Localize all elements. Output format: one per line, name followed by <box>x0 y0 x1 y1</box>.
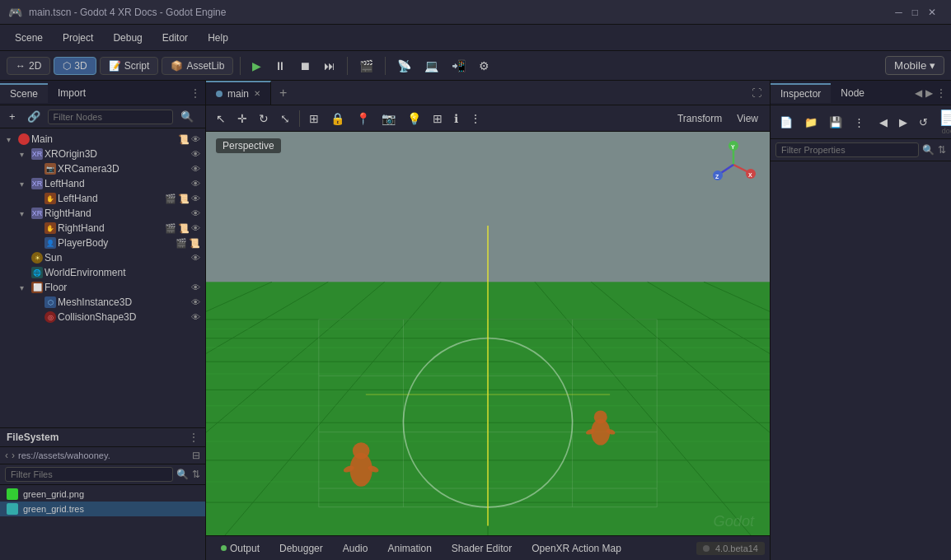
tab-node[interactable]: Node <box>831 84 874 102</box>
fs-item-green-grid-png[interactable]: green_grid.png <box>0 487 205 502</box>
inspector-prev-btn[interactable]: ◀ <box>915 87 922 99</box>
remote-btn[interactable]: 📡 <box>392 56 416 76</box>
tree-node-righthand-parent[interactable]: ▾ XR RightHand 👁 <box>0 206 205 221</box>
scene-tabs-more[interactable]: ⋮ <box>190 87 200 99</box>
tree-node-righthand-child[interactable]: ✋ RightHand 🎬 📜 👁 <box>0 221 205 236</box>
mode-3d-btn[interactable]: ⬡ 3D <box>54 57 96 75</box>
pause-btn[interactable]: ⏸ <box>269 56 291 76</box>
inspector-save-btn[interactable]: 💾 <box>825 114 846 130</box>
step-btn[interactable]: ⏭ <box>319 56 340 76</box>
tree-node-xrorigin3d[interactable]: ▾ XR XROrigin3D 👁 <box>0 147 205 161</box>
eye-lefthand-p[interactable]: 👁 <box>191 179 200 189</box>
menu-scene[interactable]: Scene <box>7 29 51 47</box>
close-btn[interactable]: ✕ <box>928 7 936 18</box>
menu-help[interactable]: Help <box>199 29 237 47</box>
eye-xrorigin[interactable]: 👁 <box>191 149 200 159</box>
bottom-tab-output[interactable]: Output <box>211 539 269 558</box>
eye-collision[interactable]: 👁 <box>191 312 200 322</box>
eye-lefthand-c[interactable]: 👁 <box>191 194 200 203</box>
eye-righthand-c[interactable]: 👁 <box>191 223 200 233</box>
add-node-btn[interactable]: + <box>5 109 20 124</box>
eye-sun[interactable]: 👁 <box>191 253 200 263</box>
stop-btn[interactable]: ⏹ <box>294 56 316 76</box>
vp-transform-btn[interactable]: Transform <box>671 110 728 127</box>
maximize-btn[interactable]: □ <box>912 7 918 18</box>
fs-back-btn[interactable]: ‹ <box>5 450 8 461</box>
assetlib-btn[interactable]: 📦 AssetLib <box>162 57 233 75</box>
inspector-more-btn[interactable]: ⋮ <box>936 87 946 99</box>
bottom-tab-audio[interactable]: Audio <box>333 539 378 558</box>
fs-item-green-grid-tres[interactable]: green_grid.tres <box>0 502 205 516</box>
vp-move-btn[interactable]: ✛ <box>232 110 252 128</box>
tree-node-lefthand-parent[interactable]: ▾ XR LeftHand 👁 <box>0 176 205 191</box>
eye-righthand-p[interactable]: 👁 <box>191 208 200 218</box>
tab-scene[interactable]: Scene <box>0 83 48 103</box>
filter-nodes-input[interactable] <box>48 110 173 124</box>
filter-search-btn[interactable]: 🔍 <box>176 109 198 124</box>
eye-main[interactable]: 👁 <box>191 134 200 144</box>
inspector-refresh-btn[interactable]: ↺ <box>915 114 932 130</box>
viewport-gizmo[interactable]: Y X Z <box>709 140 758 189</box>
menu-editor[interactable]: Editor <box>154 29 196 47</box>
vp-info-btn[interactable]: ℹ <box>449 110 463 128</box>
mobile-btn[interactable]: Mobile ▾ <box>885 56 944 75</box>
tree-node-main[interactable]: ▾ Main 📜 👁 <box>0 132 205 147</box>
tree-node-xrcamera3d[interactable]: 📷 XRCamera3D 👁 <box>0 161 205 176</box>
tree-node-playerbody[interactable]: 👤 PlayerBody 🎬 📜 <box>0 236 205 250</box>
vp-rotate-btn[interactable]: ↻ <box>254 110 274 128</box>
vp-instantiate-btn[interactable]: ⊞ <box>304 110 324 128</box>
tree-node-lefthand-child[interactable]: ✋ LeftHand 🎬 📜 👁 <box>0 191 205 206</box>
perspective-label[interactable]: Perspective <box>216 138 281 153</box>
editor-tab-main[interactable]: main ✕ <box>206 81 271 105</box>
play-btn[interactable]: ▶ <box>247 56 266 76</box>
tab-expand-btn[interactable]: ⛶ <box>743 87 770 99</box>
vp-scale-btn[interactable]: ⤡ <box>275 110 295 128</box>
menu-project[interactable]: Project <box>54 29 101 47</box>
vp-light-btn[interactable]: 💡 <box>402 110 426 128</box>
tree-node-floor[interactable]: ▾ ⬜ Floor 👁 <box>0 280 205 295</box>
vp-more-btn[interactable]: ⋮ <box>465 110 486 128</box>
vp-grid-btn[interactable]: ⊞ <box>428 110 447 128</box>
vp-snap-btn[interactable]: 🔒 <box>326 110 349 128</box>
bottom-tab-debugger[interactable]: Debugger <box>269 539 333 558</box>
fs-forward-btn[interactable]: › <box>12 450 15 461</box>
inspector-open-btn[interactable]: 📁 <box>800 114 822 130</box>
inspector-settings-btn[interactable]: ⋮ <box>850 114 869 130</box>
menu-debug[interactable]: Debug <box>105 29 150 47</box>
inspector-next-btn[interactable]: ▶ <box>925 87 933 99</box>
filter-props-sort[interactable]: ⇅ <box>938 144 946 156</box>
movie-maker-btn[interactable]: 🎬 <box>354 56 378 76</box>
inspector-new-btn[interactable]: 📄 <box>775 114 797 130</box>
vp-select-btn[interactable]: ↖ <box>211 110 231 128</box>
script-btn[interactable]: 📝 Script <box>100 57 159 75</box>
eye-floor[interactable]: 👁 <box>191 282 200 292</box>
mode-2d-btn[interactable]: ↔ 2D <box>7 57 50 75</box>
filter-props-search[interactable]: 🔍 <box>922 144 935 156</box>
minimize-btn[interactable]: ─ <box>895 7 902 18</box>
filter-properties-input[interactable] <box>775 142 919 157</box>
vp-camera-btn[interactable]: 📷 <box>377 110 401 128</box>
tree-node-meshinstance3d[interactable]: ⬡ MeshInstance3D 👁 <box>0 295 205 310</box>
eye-xrcamera[interactable]: 👁 <box>191 164 200 174</box>
fs-more-btn[interactable]: ⋮ <box>189 432 199 443</box>
tab-import[interactable]: Import <box>48 84 96 102</box>
tab-add-btn[interactable]: + <box>271 86 295 100</box>
inspector-back-btn[interactable]: ◀ <box>875 114 892 130</box>
settings-btn[interactable]: ⚙ <box>474 56 494 76</box>
link-node-btn[interactable]: 🔗 <box>23 109 45 124</box>
inspector-forward-btn[interactable]: ▶ <box>895 114 911 130</box>
fs-filter-search[interactable]: 🔍 <box>176 469 189 480</box>
fs-filter-input[interactable] <box>5 467 173 482</box>
deploy-btn[interactable]: 📲 <box>447 56 471 76</box>
tree-node-sun[interactable]: ☀ Sun 👁 <box>0 250 205 265</box>
fs-sort-btn[interactable]: ⇅ <box>192 469 200 480</box>
fs-layout-btn[interactable]: ⊟ <box>192 450 200 461</box>
bottom-tab-openxr[interactable]: OpenXR Action Map <box>522 539 631 558</box>
tab-inspector[interactable]: Inspector <box>771 83 831 103</box>
tree-node-collisionshape3d[interactable]: ◎ CollisionShape3D 👁 <box>0 310 205 324</box>
bottom-tab-animation[interactable]: Animation <box>377 539 441 558</box>
bottom-tab-shader-editor[interactable]: Shader Editor <box>442 539 522 558</box>
vp-view-btn[interactable]: View <box>730 110 765 127</box>
tab-close-main[interactable]: ✕ <box>254 89 260 98</box>
tree-node-worldenv[interactable]: 🌐 WorldEnvironment <box>0 265 205 280</box>
